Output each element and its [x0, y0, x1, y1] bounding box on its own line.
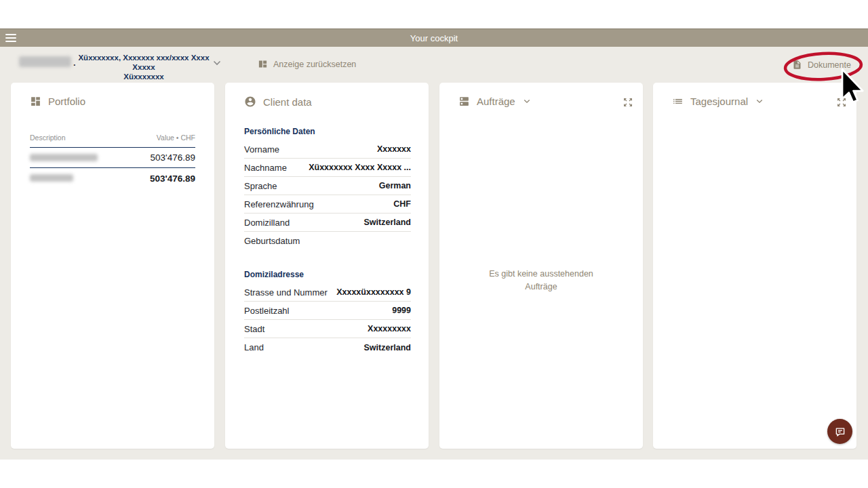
table-row[interactable]: 503'476.89: [30, 148, 195, 168]
app-bar: Your cockpit: [0, 28, 868, 47]
client-data-row: Nachname Xüxxxxxxx Xxxx Xxxxx ...: [244, 159, 411, 177]
section-heading-address: Domiziladresse: [244, 263, 411, 283]
app-bar-title: Your cockpit: [0, 29, 868, 47]
expand-icon[interactable]: [623, 97, 633, 108]
portfolio-panel: Portfolio Description Value • CHF 503'47…: [11, 83, 214, 449]
reset-view-icon: [258, 59, 268, 69]
client-data-row: Postleitzahl 9999: [244, 302, 411, 320]
auftraege-icon: [458, 96, 470, 107]
client-selector[interactable]: Xüxxxxxxx, Xxxxxxx xxx/xxxx Xxxx Xxxxx X…: [76, 53, 212, 81]
tagesjournal-panel-title: Tagesjournal: [690, 96, 748, 107]
position-value: 503'476.89: [151, 152, 195, 163]
client-data-row: Strasse und Nummer Xxxxxüxxxxxxxx 9: [244, 283, 411, 302]
tagesjournal-panel-header[interactable]: Tagesjournal: [672, 96, 763, 107]
client-data-row: Sprache German: [244, 177, 411, 195]
client-data-body: Persönliche Daten Vorname Xxxxxxx Nachna…: [244, 120, 411, 357]
documents-label: Dokumente: [808, 60, 851, 70]
total-value: 503'476.89: [150, 174, 195, 184]
portfolio-icon: [30, 96, 41, 107]
client-name-line1: Xüxxxxxxx, Xxxxxxx xxx/xxxx Xxxx Xxxxx: [76, 53, 212, 72]
client-data-row: Domizilland Switzerland: [244, 214, 411, 232]
client-data-row: Land Switzerland: [244, 338, 411, 357]
auftraege-panel-header[interactable]: Aufträge: [458, 96, 530, 107]
section-heading-personal: Persönliche Daten: [244, 120, 411, 140]
redacted-position-name: [30, 154, 98, 161]
portfolio-col-value: Value • CHF: [157, 134, 195, 142]
portfolio-table: Description Value • CHF 503'476.89 503'4…: [30, 134, 195, 188]
client-data-panel: Client data Persönliche Daten Vorname Xx…: [225, 83, 429, 449]
documents-button[interactable]: Dokumente: [792, 59, 851, 70]
portfolio-table-header: Description Value • CHF: [30, 134, 195, 148]
chevron-down-icon[interactable]: [213, 60, 221, 66]
client-data-panel-header: Client data: [244, 96, 312, 108]
portfolio-panel-title: Portfolio: [48, 96, 85, 107]
auftraege-panel: Aufträge Es gibt keine ausstehenden Auft…: [439, 83, 643, 449]
table-row-total: 503'476.89: [30, 168, 195, 188]
reset-view-label: Anzeige zurücksetzen: [273, 60, 356, 69]
redacted-client-id: [19, 56, 71, 67]
auftraege-panel-title: Aufträge: [477, 96, 515, 107]
chevron-down-icon: [756, 99, 763, 104]
auftraege-empty-message: Es gibt keine ausstehenden Aufträge: [473, 268, 609, 293]
redacted-total-label: [30, 174, 73, 182]
dokumente-icon: [792, 59, 802, 70]
client-data-row: Geburtsdatum: [244, 232, 411, 250]
portfolio-col-description: Description: [30, 134, 66, 142]
portfolio-panel-header: Portfolio: [30, 96, 85, 107]
reset-view-button[interactable]: Anzeige zurücksetzen: [258, 59, 356, 69]
client-data-row: Referenzwährung CHF: [244, 195, 411, 214]
page: Your cockpit . Xüxxxxxxx, Xxxxxxx xxx/xx…: [0, 0, 868, 488]
client-name-line2: Xüxxxxxxx: [76, 72, 212, 81]
tagesjournal-panel: Tagesjournal: [653, 83, 856, 449]
tagesjournal-icon: [672, 96, 684, 107]
chat-fab-button[interactable]: [827, 419, 852, 444]
chat-icon: [834, 426, 846, 438]
client-data-row: Vorname Xxxxxxx: [244, 140, 411, 159]
client-data-panel-title: Client data: [263, 96, 312, 108]
client-data-icon: [244, 96, 256, 108]
expand-icon[interactable]: [836, 97, 847, 108]
client-data-row: Stadt Xxxxxxxxx: [244, 320, 411, 338]
chevron-down-icon: [524, 99, 530, 104]
